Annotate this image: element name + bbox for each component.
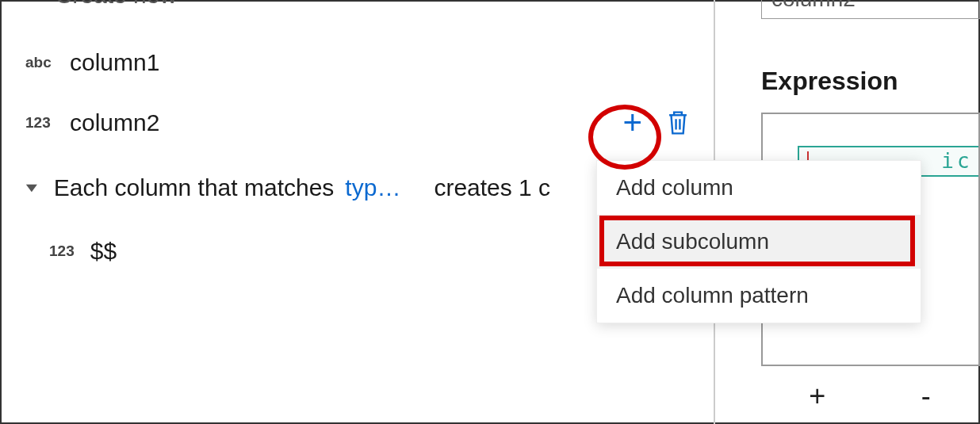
- column-row-column1[interactable]: abc column1: [25, 49, 159, 76]
- triangle-down-icon: ▼: [22, 181, 41, 195]
- add-button[interactable]: +: [622, 106, 642, 139]
- type-badge-string: abc: [25, 54, 70, 71]
- rule-suffix: creates 1 c: [434, 174, 550, 201]
- expression-add-button[interactable]: +: [809, 380, 825, 413]
- expression-section-title: Expression: [761, 67, 898, 96]
- type-badge-number: 123: [49, 243, 75, 260]
- trash-icon: [666, 109, 690, 136]
- chevron-down-icon: ⌄: [190, 0, 211, 4]
- column-pattern-row[interactable]: ▼ Each column that matches typ… creates …: [25, 174, 550, 201]
- create-new-button[interactable]: + Create new ⌄: [19, 0, 206, 9]
- column-name-input-value: column2: [771, 0, 856, 12]
- column-name-input[interactable]: column2: [761, 0, 980, 19]
- column-row-column2[interactable]: 123 column2 +: [25, 106, 709, 139]
- column-name: column2: [70, 109, 159, 136]
- expression-remove-button[interactable]: -: [921, 380, 931, 413]
- type-badge-number: 123: [25, 114, 70, 132]
- subcolumn-name: $$: [90, 238, 117, 265]
- rule-prefix: Each column that matches: [54, 174, 335, 201]
- create-new-label: Create new: [56, 0, 177, 9]
- row-actions: +: [622, 106, 690, 139]
- delete-button[interactable]: [666, 109, 690, 136]
- menu-item-add-column-pattern[interactable]: Add column pattern: [597, 269, 921, 323]
- app-frame: + Create new ⌄ abc column1 123 column2 +: [0, 0, 980, 424]
- menu-item-add-column[interactable]: Add column: [597, 161, 921, 215]
- expression-stepper: + -: [761, 369, 978, 424]
- subcolumn-row[interactable]: 123 $$: [49, 238, 117, 265]
- add-menu: Add column Add subcolumn Add column patt…: [596, 160, 921, 323]
- menu-item-add-subcolumn[interactable]: Add subcolumn: [597, 215, 921, 269]
- column-name: column1: [70, 49, 159, 76]
- rule-match-link[interactable]: typ…: [345, 174, 400, 201]
